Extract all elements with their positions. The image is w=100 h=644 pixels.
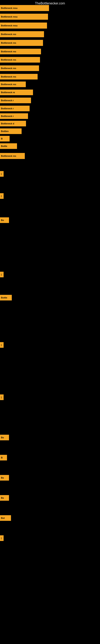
- bar-item: Bottleneck resu: [0, 22, 47, 28]
- bar-label: Bottleneck res: [0, 153, 25, 159]
- bar-label: Bottleneck res: [0, 40, 43, 46]
- bar-item: Bottleneck r: [0, 98, 31, 103]
- bar-label: |: [0, 394, 3, 400]
- bar-label: Bo: [0, 495, 9, 501]
- bar-label: B: [0, 455, 7, 460]
- bar-item: Bottleneck res: [0, 66, 39, 71]
- bar-label: Bottleneck r: [0, 98, 31, 103]
- bar-item: Bottleneck res: [0, 153, 25, 159]
- bar-item: Bottleneck res: [0, 31, 44, 37]
- bar-label: |: [0, 193, 3, 199]
- bar-item: |: [0, 193, 3, 199]
- bar-label: |: [0, 535, 3, 541]
- bar-label: B: [0, 136, 10, 142]
- bar-item: Bottleneck res: [0, 40, 43, 46]
- bar-item: Bottleneck res: [0, 74, 38, 80]
- bar-label: Bottleneck re: [0, 90, 33, 95]
- bar-label: |: [0, 272, 3, 277]
- bar-label: Bottleneck resu: [0, 22, 47, 28]
- bar-item: Bottleneck res: [0, 82, 26, 87]
- bar-label: Bottleneck resu: [0, 5, 49, 11]
- bar-item: Bottleneck d: [0, 121, 26, 126]
- bar-label: |: [0, 342, 3, 348]
- bar-label: Bottleneck res: [0, 49, 41, 54]
- bar-item: |: [0, 272, 3, 277]
- bar-item: |: [0, 394, 3, 400]
- bar-item: Bottleneck resu: [0, 14, 48, 20]
- bar-item: |: [0, 342, 3, 348]
- bar-item: Bo: [0, 495, 9, 501]
- bar-item: Bot: [0, 515, 11, 521]
- bar-label: Bot: [0, 515, 11, 521]
- bar-label: Bottleneck resu: [0, 14, 48, 20]
- bar-label: Bottleneck res: [0, 57, 40, 62]
- bar-item: Bottle: [0, 295, 12, 300]
- bar-item: B: [0, 136, 10, 142]
- bar-item: Bottleneck resu: [0, 5, 49, 11]
- bar-item: Bo: [0, 435, 9, 440]
- bar-label: Bottleneck d: [0, 121, 26, 126]
- bar-label: Bottlen: [0, 128, 22, 134]
- bar-item: |: [0, 535, 3, 541]
- bar-item: B: [0, 455, 7, 460]
- bar-label: Bottleneck res: [0, 82, 26, 87]
- bar-item: Bo: [0, 217, 9, 223]
- bar-label: Bo: [0, 217, 9, 223]
- bar-item: Bottleneck r: [0, 113, 28, 119]
- bar-label: Bottleneck res: [0, 66, 39, 71]
- bar-label: Bottleneck r: [0, 113, 28, 119]
- bar-item: |: [0, 171, 3, 177]
- bar-label: Bottle: [0, 295, 12, 300]
- bar-label: Bottleneck res: [0, 74, 38, 80]
- bar-item: Bo: [0, 475, 9, 480]
- bar-label: Bo: [0, 475, 9, 480]
- bar-label: Bottle: [0, 143, 17, 149]
- bar-item: Bottleneck r: [0, 106, 30, 111]
- bar-item: Bottleneck res: [0, 57, 40, 62]
- bar-item: Bottleneck re: [0, 90, 33, 95]
- bar-label: Bottleneck res: [0, 31, 44, 37]
- bar-item: Bottle: [0, 143, 17, 149]
- bar-label: Bottleneck r: [0, 106, 30, 111]
- bar-label: |: [0, 171, 3, 177]
- bar-item: Bottleneck res: [0, 49, 41, 54]
- bar-item: Bottlen: [0, 128, 22, 134]
- bar-label: Bo: [0, 435, 9, 440]
